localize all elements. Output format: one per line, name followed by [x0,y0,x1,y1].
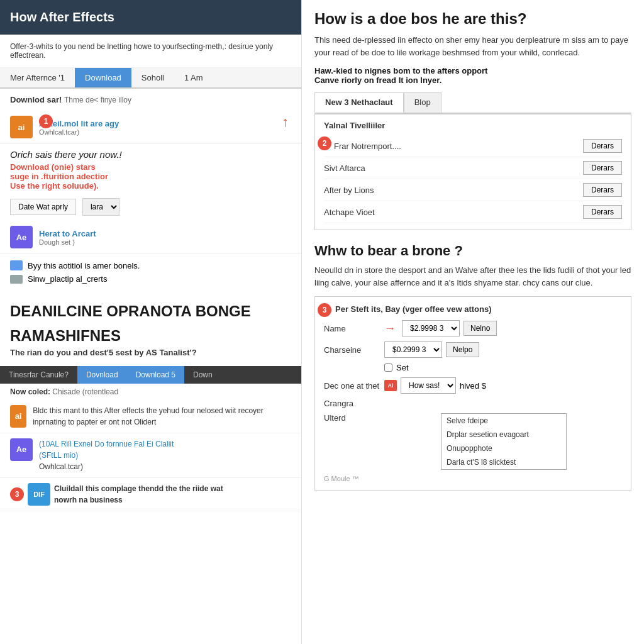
left-top-body: Offer-3-whits to you nend be lnetting ho… [0,35,301,68]
set-checkbox[interactable] [384,364,392,372]
icon-row-2-text: Sinw_plactip al_crerts [28,274,107,284]
checkbox-row: Set [384,363,622,372]
annotation-main: Orich sais there your now.! [10,149,291,160]
form-label-charseine: Charseine [324,345,380,355]
filter-button[interactable]: Date Wat aprly [10,199,76,215]
left-title: How After Effects [10,10,291,25]
dropdown-item-3[interactable]: Onupopphote [441,441,566,455]
icon-row-1: Byy this aotitiol is amer bonels. [10,260,291,270]
crangra-row: Crangra [324,399,622,408]
file-sub-1: Owhlcal.tcar) [39,128,119,136]
tab2-canule[interactable]: Tinesrfar Canule? [0,366,77,384]
dropdown-item-2[interactable]: Drplar sesetion evagoart [441,428,566,441]
tabs-right: New 3 Nethaclaut Blop [314,92,631,114]
tab-r-new3[interactable]: New 3 Nethaclaut [314,92,404,113]
dec-ai-icon: Ai [384,380,397,391]
step-badge-3-left: 3 [10,487,24,501]
derars-btn-1[interactable]: Derars [583,139,622,153]
file-sub-4: Owhlcal.tcar) [39,462,83,471]
dec-select[interactable]: How sas! [401,377,456,394]
annotation-line2: suge in .fturition adectior [10,172,291,181]
list-item-4-label: Atchape Vioet [324,208,375,217]
dropdown-area: Ulterd Selve fdeipe Drplar sesetion evag… [324,413,622,470]
form-area: 3 Per Steft its, Bay (vger offee vew att… [314,296,631,491]
download-sub: Thme de< finye illoy [64,96,131,104]
file-icon-2 [10,275,23,284]
tab2-download5[interactable]: Download 5 [127,366,184,384]
nelpo-button[interactable]: Nelpo [446,342,479,357]
list-item-1-label: Frar Notremport.... [324,142,401,151]
g-moule-text: G Moule ™ [324,475,622,482]
tab-r-blop[interactable]: Blop [404,92,441,113]
section2-body: Neoulld dn in store the desport and an W… [314,264,631,289]
right-panel: How is a doe bos he are this? This need … [302,0,644,644]
form-row-name: Name → $2.9998 3 Nelno [324,320,622,336]
arrow-right-icon: → [384,322,396,335]
dropdown-open[interactable]: Selve fdeipe Drplar sesetion evagoart On… [441,413,567,470]
file-sub-2: Dough set ) [39,238,96,246]
dropdown-item-4[interactable]: Darla ct'S l8 slicktest [441,455,566,469]
file-info-2: Herat to Arcart Dough set ) [39,229,96,246]
name-select[interactable]: $2.9998 3 [402,320,460,336]
ai-icon-2: ai [10,405,26,428]
file-row-2: Ae Herat to Arcart Dough set ) [0,221,301,254]
step-badge-1: 1 [39,114,53,128]
file-desc-4: (10AL Rill Exnel Do fornnue Fal Ei Clali… [39,438,174,472]
tab-1am[interactable]: 1 Am [174,68,213,87]
left-body-text: Offer-3-whits to you nend be lnetting ho… [10,42,273,60]
form-row-charseine: Charseine $0.2999 3 Nelpo [324,341,622,358]
tab2-down[interactable]: Down [184,366,221,384]
tab-mer[interactable]: Mer Afternce '1 [0,68,75,87]
nelno-button[interactable]: Nelno [464,321,497,336]
folder-icon [10,260,23,270]
dif-icon: DIF [28,483,50,506]
download-section: Downlod sar! Thme de< finye illoy [0,89,301,111]
big-title-1: DEANILCINE OPRANOTA BONGE [10,303,291,321]
dropdown-item-1[interactable]: Selve fdeipe [441,414,566,428]
list-item-3-label: After by Lions [324,186,374,195]
left-top-header: How After Effects [0,0,301,35]
file-row-3: ai Bldc this mant to this After effects … [0,400,301,433]
derars-btn-3[interactable]: Derars [583,183,622,197]
annotation-line1: Download (onie) stars [10,162,291,172]
big-title-2: RAMASHIFNES [10,327,291,345]
file-row-5: 3 DIF Cluildall this complage thendd the… [0,478,301,511]
file-link-4b[interactable]: (SFtLL mio) [39,451,78,460]
tab2-dovnload[interactable]: Dovnload [77,366,127,384]
now-coled-label: Now coled: [10,387,50,396]
crangra-label: Crangra [324,399,380,408]
derars-btn-4[interactable]: Derars [583,205,622,219]
charseine-select[interactable]: $0.2999 3 [384,341,442,358]
list-row-4: Atchape Vioet Derars [324,201,622,223]
file-desc-5b: nowrh na business [54,496,123,504]
ai-icon-1: ai [10,116,33,138]
filter-select[interactable]: lara [82,198,119,216]
right-body1: This need de-rplessed iin effecto on she… [314,34,631,58]
file-row-4: Ae (10AL Rill Exnel Do fornnue Fal Ei Cl… [0,433,301,478]
tab-bar-1: Mer Afternce '1 Download Soholl 1 Am [0,68,301,89]
section2-title: Whw to bear a brone ? [314,243,631,259]
right-bold1: Haw.-kied to nignes bom to the afters op… [314,66,631,75]
step-badge-2: 2 [318,136,331,150]
step-badge-3-form: 3 [318,303,331,317]
right-list: Yalnal Tivelliiler 2 Frar Notremport....… [314,114,631,230]
file-row-5-inner: 3 DIF Cluildall this complage thendd the… [10,483,223,506]
tab-download[interactable]: Download [75,68,131,87]
bottom-left: Byy this aotitiol is amer bonels. Sinw_p… [0,254,301,294]
list-row-3: After by Lions Derars [324,179,622,201]
checkbox-label: Set [396,363,409,372]
form-header: 3 Per Steft its, Bay (vger offee vew att… [324,304,622,314]
file-link-2[interactable]: Herat to Arcart [39,229,96,238]
tab-bar-2: Tinesrfar Canule? Dovnload Download 5 Do… [0,366,301,384]
dec-suffix: hived $ [460,381,486,391]
big-title-area: DEANILCINE OPRANOTA BONGE RAMASHIFNES Th… [0,294,301,366]
file-row-1: 1 ai Alfteil.mol lit are agy Owhlcal.tca… [0,111,301,144]
ae-icon-1: Ae [10,226,33,248]
ulterd-label: Ulterd [324,413,380,423]
file-link-4a[interactable]: (10AL Rill Exnel Do fornnue Fal Ei Clali… [39,440,174,448]
download-label: Downlod sar! [10,95,62,104]
file-desc-5: Cluildall this complage thendd the the r… [54,483,223,506]
right-title: How is a doe bos he are this? [314,10,631,28]
derars-btn-2[interactable]: Derars [583,161,622,175]
tab-soholl[interactable]: Soholl [131,68,174,87]
